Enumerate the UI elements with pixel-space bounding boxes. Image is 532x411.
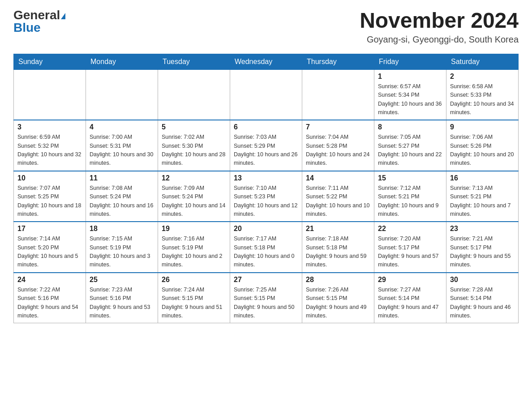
day-number: 7 (306, 123, 370, 131)
calendar-day-cell: 14Sunrise: 7:11 AM Sunset: 5:22 PM Dayli… (302, 171, 374, 222)
calendar-day-header: Friday (374, 54, 446, 69)
day-info: Sunrise: 7:27 AM Sunset: 5:14 PM Dayligh… (378, 286, 442, 321)
calendar-day-cell: 4Sunrise: 7:00 AM Sunset: 5:31 PM Daylig… (86, 120, 158, 171)
calendar-day-header: Tuesday (158, 54, 230, 69)
day-number: 2 (450, 73, 515, 81)
day-info: Sunrise: 7:12 AM Sunset: 5:21 PM Dayligh… (378, 184, 442, 219)
day-number: 28 (306, 276, 370, 284)
day-number: 26 (162, 276, 226, 284)
day-number: 8 (378, 123, 442, 131)
calendar-week-row: 1Sunrise: 6:57 AM Sunset: 5:34 PM Daylig… (14, 69, 519, 120)
day-number: 27 (234, 276, 298, 284)
calendar-week-row: 17Sunrise: 7:14 AM Sunset: 5:20 PM Dayli… (14, 222, 519, 273)
day-info: Sunrise: 7:26 AM Sunset: 5:15 PM Dayligh… (306, 286, 370, 321)
calendar-day-cell: 26Sunrise: 7:24 AM Sunset: 5:15 PM Dayli… (158, 273, 230, 323)
calendar-day-cell: 5Sunrise: 7:02 AM Sunset: 5:30 PM Daylig… (158, 120, 230, 171)
day-info: Sunrise: 7:02 AM Sunset: 5:30 PM Dayligh… (162, 133, 226, 168)
day-info: Sunrise: 7:10 AM Sunset: 5:23 PM Dayligh… (234, 184, 298, 219)
day-info: Sunrise: 7:05 AM Sunset: 5:27 PM Dayligh… (378, 133, 442, 168)
calendar-day-cell: 17Sunrise: 7:14 AM Sunset: 5:20 PM Dayli… (14, 222, 86, 273)
calendar-day-cell: 8Sunrise: 7:05 AM Sunset: 5:27 PM Daylig… (374, 120, 446, 171)
month-title: November 2024 (360, 9, 519, 33)
day-number: 22 (378, 225, 442, 233)
calendar-week-row: 3Sunrise: 6:59 AM Sunset: 5:32 PM Daylig… (14, 120, 519, 171)
calendar-day-cell: 18Sunrise: 7:15 AM Sunset: 5:19 PM Dayli… (86, 222, 158, 273)
calendar-day-header: Thursday (302, 54, 374, 69)
calendar-day-cell: 29Sunrise: 7:27 AM Sunset: 5:14 PM Dayli… (374, 273, 446, 323)
day-number: 16 (450, 174, 515, 182)
calendar-day-cell: 9Sunrise: 7:06 AM Sunset: 5:26 PM Daylig… (446, 120, 519, 171)
calendar-day-cell: 24Sunrise: 7:22 AM Sunset: 5:16 PM Dayli… (14, 273, 86, 323)
day-info: Sunrise: 7:16 AM Sunset: 5:19 PM Dayligh… (162, 235, 226, 270)
day-number: 6 (234, 123, 298, 131)
calendar-day-cell (86, 69, 158, 120)
day-info: Sunrise: 7:15 AM Sunset: 5:19 PM Dayligh… (90, 235, 154, 270)
day-info: Sunrise: 7:09 AM Sunset: 5:24 PM Dayligh… (162, 184, 226, 219)
calendar-day-cell: 22Sunrise: 7:20 AM Sunset: 5:17 PM Dayli… (374, 222, 446, 273)
calendar-day-cell (230, 69, 302, 120)
day-info: Sunrise: 7:23 AM Sunset: 5:16 PM Dayligh… (90, 286, 154, 321)
calendar-day-header: Sunday (14, 54, 86, 69)
day-number: 30 (450, 276, 515, 284)
calendar-day-cell: 16Sunrise: 7:13 AM Sunset: 5:21 PM Dayli… (446, 171, 519, 222)
calendar-header-row: SundayMondayTuesdayWednesdayThursdayFrid… (14, 54, 519, 69)
calendar-week-row: 24Sunrise: 7:22 AM Sunset: 5:16 PM Dayli… (14, 273, 519, 323)
day-info: Sunrise: 7:17 AM Sunset: 5:18 PM Dayligh… (234, 235, 298, 270)
day-info: Sunrise: 7:24 AM Sunset: 5:15 PM Dayligh… (162, 286, 226, 321)
calendar-day-cell: 15Sunrise: 7:12 AM Sunset: 5:21 PM Dayli… (374, 171, 446, 222)
day-info: Sunrise: 7:11 AM Sunset: 5:22 PM Dayligh… (306, 184, 370, 219)
day-info: Sunrise: 7:00 AM Sunset: 5:31 PM Dayligh… (90, 133, 154, 168)
calendar-day-cell: 25Sunrise: 7:23 AM Sunset: 5:16 PM Dayli… (86, 273, 158, 323)
calendar-day-cell: 21Sunrise: 7:18 AM Sunset: 5:18 PM Dayli… (302, 222, 374, 273)
calendar-day-header: Monday (86, 54, 158, 69)
day-number: 23 (450, 225, 515, 233)
calendar-day-cell: 28Sunrise: 7:26 AM Sunset: 5:15 PM Dayli… (302, 273, 374, 323)
day-info: Sunrise: 7:06 AM Sunset: 5:26 PM Dayligh… (450, 133, 515, 168)
day-info: Sunrise: 7:28 AM Sunset: 5:14 PM Dayligh… (450, 286, 515, 321)
calendar-day-header: Wednesday (230, 54, 302, 69)
day-info: Sunrise: 7:07 AM Sunset: 5:25 PM Dayligh… (17, 184, 82, 219)
day-info: Sunrise: 7:20 AM Sunset: 5:17 PM Dayligh… (378, 235, 442, 270)
day-number: 24 (17, 276, 82, 284)
calendar-day-cell: 27Sunrise: 7:25 AM Sunset: 5:15 PM Dayli… (230, 273, 302, 323)
day-number: 18 (90, 225, 154, 233)
calendar-day-cell (158, 69, 230, 120)
calendar-day-cell: 11Sunrise: 7:08 AM Sunset: 5:24 PM Dayli… (86, 171, 158, 222)
day-info: Sunrise: 7:03 AM Sunset: 5:29 PM Dayligh… (234, 133, 298, 168)
logo-blue: Blue (13, 21, 41, 34)
day-number: 29 (378, 276, 442, 284)
day-info: Sunrise: 7:14 AM Sunset: 5:20 PM Dayligh… (17, 235, 82, 270)
calendar-day-header: Saturday (446, 54, 519, 69)
calendar-table: SundayMondayTuesdayWednesdayThursdayFrid… (13, 54, 519, 324)
day-number: 17 (17, 225, 82, 233)
day-number: 13 (234, 174, 298, 182)
day-number: 4 (90, 123, 154, 131)
calendar-day-cell: 30Sunrise: 7:28 AM Sunset: 5:14 PM Dayli… (446, 273, 519, 323)
calendar-day-cell: 23Sunrise: 7:21 AM Sunset: 5:17 PM Dayli… (446, 222, 519, 273)
logo-triangle-icon (61, 13, 65, 19)
day-number: 11 (90, 174, 154, 182)
calendar-day-cell: 13Sunrise: 7:10 AM Sunset: 5:23 PM Dayli… (230, 171, 302, 222)
day-number: 1 (378, 73, 442, 81)
calendar-day-cell: 6Sunrise: 7:03 AM Sunset: 5:29 PM Daylig… (230, 120, 302, 171)
logo-general: General (13, 8, 60, 22)
day-info: Sunrise: 7:22 AM Sunset: 5:16 PM Dayligh… (17, 286, 82, 321)
day-info: Sunrise: 6:59 AM Sunset: 5:32 PM Dayligh… (17, 133, 82, 168)
calendar-day-cell: 1Sunrise: 6:57 AM Sunset: 5:34 PM Daylig… (374, 69, 446, 120)
day-number: 21 (306, 225, 370, 233)
title-area: November 2024 Goyang-si, Gyeonggi-do, So… (360, 9, 519, 45)
calendar-day-cell: 19Sunrise: 7:16 AM Sunset: 5:19 PM Dayli… (158, 222, 230, 273)
calendar-day-cell (302, 69, 374, 120)
day-number: 14 (306, 174, 370, 182)
day-info: Sunrise: 7:21 AM Sunset: 5:17 PM Dayligh… (450, 235, 515, 270)
day-number: 9 (450, 123, 515, 131)
day-info: Sunrise: 7:08 AM Sunset: 5:24 PM Dayligh… (90, 184, 154, 219)
page-header: General Blue November 2024 Goyang-si, Gy… (13, 9, 519, 45)
day-number: 3 (17, 123, 82, 131)
day-info: Sunrise: 7:18 AM Sunset: 5:18 PM Dayligh… (306, 235, 370, 270)
calendar-day-cell: 20Sunrise: 7:17 AM Sunset: 5:18 PM Dayli… (230, 222, 302, 273)
day-number: 10 (17, 174, 82, 182)
day-number: 15 (378, 174, 442, 182)
calendar-day-cell: 2Sunrise: 6:58 AM Sunset: 5:33 PM Daylig… (446, 69, 519, 120)
day-info: Sunrise: 7:25 AM Sunset: 5:15 PM Dayligh… (234, 286, 298, 321)
